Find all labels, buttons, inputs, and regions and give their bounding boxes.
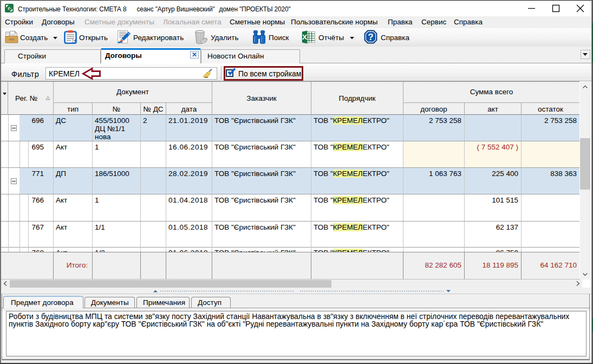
svg-text:X: X	[302, 33, 307, 41]
svg-text:?: ?	[368, 32, 373, 42]
